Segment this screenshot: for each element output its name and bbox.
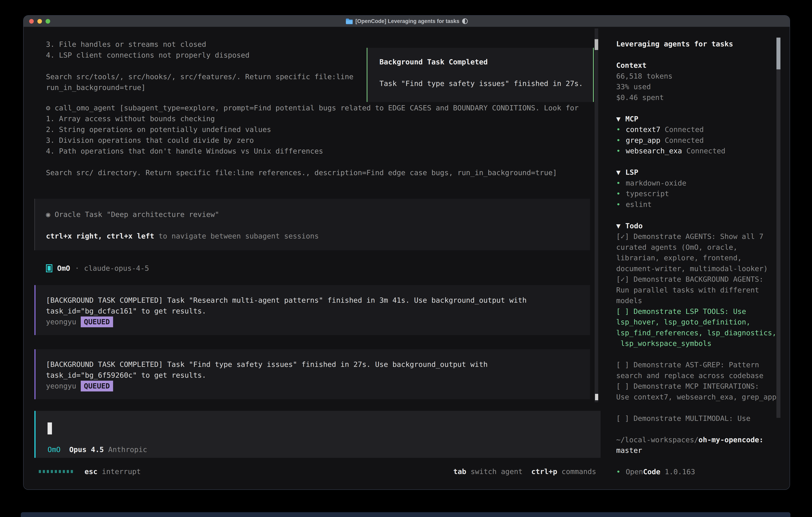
status-badge: QUEUED — [81, 381, 113, 391]
workspace-path-prefix: ~/local-workspaces/ — [616, 436, 698, 444]
terminal-content: 3. File handles or streams not closed 4.… — [24, 27, 790, 489]
activity-dot — [51, 470, 53, 473]
todo-section-header[interactable]: ▼Todo — [616, 220, 777, 231]
todo-line-pending: [ ] Demonstrate MULTIMODAL: Use — [616, 413, 777, 424]
ctrlp-key-label: commands — [562, 467, 596, 475]
sidebar-scrollbar-thumb[interactable] — [777, 37, 780, 70]
chevron-down-icon: ▼ — [616, 115, 620, 123]
tool-call-text: call_omo_agent [subagent_type=explore, p… — [55, 104, 579, 112]
desktop: [OpenCode] Leveraging agents for tasks 3… — [0, 0, 812, 517]
activity-dot — [67, 470, 69, 473]
todo-line-pending: [ ] Demonstrate MCP INTEGRATIONS: — [616, 381, 777, 392]
todo-line-pending: search and replace across codebase — [616, 370, 777, 381]
mcp-item-name: websearch_exa — [626, 147, 682, 155]
oracle-hint-rest: to navigate between subagent sessions — [154, 232, 319, 240]
mcp-item: •context7Connected — [616, 124, 777, 135]
blank-line — [46, 220, 590, 231]
bullet-icon: • — [616, 125, 620, 134]
activity-dot — [59, 470, 61, 473]
tool-call-item: 2. String operations on potentially unde… — [46, 124, 579, 135]
blank-line — [616, 349, 777, 360]
blank-line — [46, 61, 353, 71]
zoom-window-button[interactable] — [46, 19, 50, 24]
context-heading: Context — [616, 60, 777, 71]
message-block[interactable]: [BACKGROUND TASK COMPLETED] Task "Resear… — [34, 285, 590, 335]
record-icon: ◉ — [46, 210, 50, 219]
close-window-button[interactable] — [29, 19, 34, 24]
todo-line-done: curated agents (OmO, oracle, — [616, 242, 777, 253]
oracle-task-box[interactable]: ◉ Oracle Task "Deep architecture review"… — [34, 199, 590, 250]
agent-name: OmO — [57, 263, 70, 274]
background-task-toast[interactable]: Background Task Completed Task "Find typ… — [367, 48, 594, 102]
status-left: esc interrupt — [39, 467, 141, 475]
sidebar-scrollbar-track[interactable] — [777, 70, 780, 418]
scrollback-text: 3. File handles or streams not closed 4.… — [46, 39, 353, 93]
mcp-item-status: Connected — [686, 147, 725, 155]
main-scrollbar-track[interactable] — [594, 28, 598, 402]
lsp-item: •eslint — [616, 199, 777, 210]
tool-call-line: ⚙ call_omo_agent [subagent_type=explore,… — [46, 103, 579, 113]
blank-line — [616, 103, 777, 113]
mcp-item-status: Connected — [665, 125, 704, 134]
window-titlebar[interactable]: [OpenCode] Leveraging agents for tasks — [24, 16, 790, 27]
tab-key-hint[interactable]: tab — [453, 467, 466, 475]
todo-line-pending: [ ] Demonstrate AST-GREP: Pattern — [616, 359, 777, 370]
mcp-heading: MCP — [626, 115, 638, 123]
mcp-section-header[interactable]: ▼MCP — [616, 113, 777, 124]
main-scrollbar-position-marker[interactable] — [595, 394, 598, 400]
scrollback-line: run_in_background=true] — [46, 82, 353, 93]
bullet-icon: • — [616, 190, 620, 198]
session-sidebar: Leveraging agents for tasks Context 66,5… — [616, 38, 777, 477]
todo-line-done: [✓] Demonstrate AGENTS: Show all 7 — [616, 231, 777, 242]
lsp-item-name: eslint — [626, 200, 652, 209]
traffic-lights — [29, 16, 50, 27]
tool-call-item: 4. Path operations that don't handle Win… — [46, 146, 579, 157]
message-meta-row: yeongyu QUEUED — [46, 381, 590, 391]
status-bar: esc interrupt tab switch agent ctrl+p co… — [39, 466, 596, 477]
blank-line — [46, 157, 579, 167]
oracle-title-line: ◉ Oracle Task "Deep architecture review" — [46, 209, 590, 220]
opencode-version: •OpenCode1.0.163 — [616, 466, 777, 477]
tab-key-label: switch agent — [470, 467, 522, 475]
todo-line-done: librarian, explore, frontend, — [616, 252, 777, 263]
oracle-hint-line: ctrl+x right, ctrl+x left to navigate be… — [46, 231, 590, 242]
text-cursor — [48, 423, 52, 434]
lsp-section-header[interactable]: ▼LSP — [616, 167, 777, 178]
message-line: task_id="bg_dcfac161" to get results. — [46, 306, 590, 317]
message-author: yeongyu — [46, 317, 76, 327]
context-spent: $0.46 spent — [616, 92, 777, 103]
status-badge: QUEUED — [81, 317, 113, 327]
message-block[interactable]: [BACKGROUND TASK COMPLETED] Task "Find t… — [34, 349, 590, 399]
main-scrollbar-thumb[interactable] — [594, 39, 598, 50]
blank-line — [616, 210, 777, 220]
gear-icon: ⚙ — [46, 104, 50, 112]
version-number: 1.0.163 — [665, 468, 695, 476]
workspace-repo: oh-my-opencode: — [698, 436, 763, 444]
bullet-icon: • — [616, 200, 620, 209]
todo-line-active: lsp_find_references, lsp_diagnostics, — [616, 327, 777, 338]
ctrlp-key-hint[interactable]: ctrl+p — [531, 467, 557, 475]
minimize-window-button[interactable] — [37, 19, 42, 24]
terminal-window: [OpenCode] Leveraging agents for tasks 3… — [23, 15, 790, 490]
activity-dot — [55, 470, 57, 473]
tool-call-item: 1. Array access without bounds checking — [46, 113, 579, 124]
folder-icon — [345, 18, 353, 24]
todo-line-pending: Use context7, websearch_exa, grep_app — [616, 392, 777, 403]
message-line: [BACKGROUND TASK COMPLETED] Task "Find t… — [46, 359, 590, 370]
blank-line — [616, 402, 777, 413]
mcp-item: •websearch_exaConnected — [616, 145, 777, 156]
blank-line — [379, 67, 581, 78]
todo-heading: Todo — [626, 222, 643, 230]
tool-call-item: 3. Division operations that could divide… — [46, 135, 579, 146]
esc-key-hint[interactable]: esc — [85, 467, 97, 475]
chevron-down-icon: ▼ — [616, 222, 620, 230]
lsp-item: •markdown-oxide — [616, 178, 777, 189]
workspace-branch: master — [616, 445, 777, 456]
prompt-input[interactable]: OmO Opus 4.5 Anthropic — [34, 411, 601, 458]
bullet-icon: • — [616, 147, 620, 155]
context-used: 33% used — [616, 81, 777, 92]
blank-line — [616, 156, 777, 167]
window-title: [OpenCode] Leveraging agents for tasks — [355, 18, 460, 24]
model-selector-line[interactable]: OmO Opus 4.5 Anthropic — [48, 444, 147, 455]
todo-line-done: Run parallel tasks with different — [616, 285, 777, 296]
